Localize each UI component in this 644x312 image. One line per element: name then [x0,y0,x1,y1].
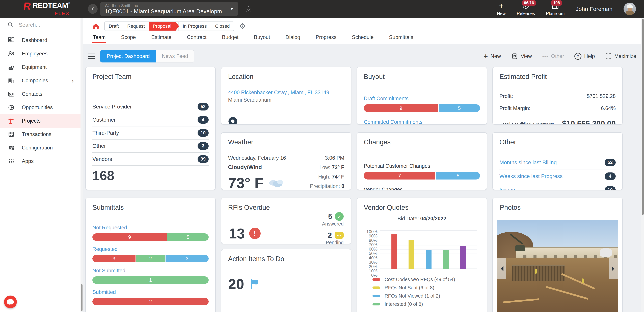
submittals-group-link[interactable]: Requested [92,246,209,252]
page-scrollbar-thumb[interactable] [642,19,644,215]
status-tab-draft[interactable]: Draft [105,22,123,31]
sidebar-scrollbar-thumb[interactable] [81,284,82,311]
location-place: Miami Seaquarium [228,97,344,103]
apps-grid-icon [8,158,15,165]
status-tab-closed[interactable]: Closed [211,22,234,31]
location-address-link[interactable]: 4400 Rickenbacker Cswy., Miami, FL 33149 [228,89,344,96]
new-button[interactable]: + New [497,2,506,16]
view-button[interactable]: View [511,53,532,60]
search-input[interactable] [19,22,74,28]
collapse-back-button[interactable]: ‹ [88,4,98,14]
buyout-group-link[interactable]: Draft Commitments [364,96,480,102]
company-name: Warthon-Smith Inc [105,3,228,8]
tab-scope[interactable]: Scope [120,34,136,43]
sidebar-item-transactions[interactable]: Transactions [0,128,80,141]
sidebar-item-opportunities[interactable]: Opportunities [0,101,80,114]
chat-widget-button[interactable] [4,295,17,308]
gear-icon[interactable]: ⚙ [239,23,246,30]
plus-icon: + [484,53,488,60]
excavator-icon [8,64,15,71]
issues-link[interactable]: Issues [500,187,515,190]
bar-segment: 5 [167,233,209,241]
chart-bar [443,250,448,269]
photo-next-button[interactable] [609,258,618,279]
submittals-group: Not Submitted 1 [92,268,209,284]
months-since-billing-link[interactable]: Months since last Billing [500,159,556,166]
tab-progress[interactable]: Progress [315,34,337,43]
sidebar-item-configuration[interactable]: Configuration [0,141,80,154]
count-badge: 52 [198,103,209,110]
sidebar-item-dashboard[interactable]: Dashboard [0,34,80,47]
other-row-progress: Weeks since last Progress4 [500,170,616,183]
home-icon[interactable] [92,23,99,30]
team-row-vendors[interactable]: Vendors99 [92,153,209,166]
profit-margin-row: Profit Margin:6.64% [500,105,616,111]
tab-buyout[interactable]: Buyout [253,34,271,43]
redteam-logo-icon: R [23,2,32,11]
bar-segment: 9 [92,233,167,241]
user-avatar[interactable] [624,3,636,15]
chevron-down-icon: ▼ [230,7,234,11]
bar-segment: 3 [166,255,209,262]
companies-building-icon [8,77,15,84]
weather-temperature: 73° F [228,175,264,190]
project-selector-dropdown[interactable]: Warthon-Smith Inc 1QE0001 - Miami Seaqua… [100,2,238,16]
count-badge: 3 [198,142,209,150]
sidebar-scrollbar[interactable] [80,18,83,312]
page-scrollbar[interactable] [641,18,644,312]
dashboard-icon [8,37,15,44]
project-dashboard-button[interactable]: Project Dashboard [100,50,156,62]
buyout-group-link[interactable]: Committed Commitments [364,119,480,125]
count-badge: 52 [604,159,616,166]
status-tab-request[interactable]: Request [123,22,149,31]
planroom-button[interactable]: Planroom 108 [546,2,564,16]
maximize-icon [605,53,612,59]
photo-prev-button[interactable] [497,258,506,279]
submittals-group-link[interactable]: Not Requested [92,225,209,231]
maximize-button[interactable]: Maximize [605,53,636,59]
tab-submittals[interactable]: Submittals [388,34,414,43]
help-button[interactable]: ? Help [574,53,595,60]
tab-team[interactable]: Team [92,34,106,43]
submittals-group-link[interactable]: Not Submitted [92,268,209,274]
total-modified-contract-row: Total Modified Contract:$10,565,200.00 [500,119,616,125]
sidebar-item-employees[interactable]: Employees [0,47,80,60]
tab-dialog[interactable]: Dialog [285,34,301,43]
sidebar-item-projects[interactable]: Projects [0,114,80,128]
search-icon [8,22,14,28]
team-row-third-party[interactable]: Third-Party10 [92,126,209,139]
sliders-icon [8,144,15,151]
tab-contract[interactable]: Contract [186,34,207,43]
chart-legend-item: Cost Codes w/o RFQs (49 of 54) [372,277,480,282]
count-badge: 4 [604,173,616,180]
new-widget-button[interactable]: + New [484,53,501,60]
sidebar-item-apps[interactable]: Apps [0,154,80,168]
team-row-customer[interactable]: Customer4 [92,113,209,126]
news-feed-button[interactable]: News Feed [156,50,194,62]
other-button[interactable]: ••• Other [542,53,564,59]
construction-site-photo [497,220,618,312]
team-row-other[interactable]: Other3 [92,139,209,153]
tab-estimate[interactable]: Estimate [150,34,172,43]
weeks-since-progress-link[interactable]: Weeks since last Progress [500,173,562,179]
team-row-service-provider[interactable]: Service Provider52 [92,100,209,113]
releases-button[interactable]: Releases 06/16 [517,2,535,16]
map-pin-icon[interactable] [228,117,344,125]
menu-hamburger-icon[interactable] [88,54,95,59]
status-tab-in-progress[interactable]: In Progress [178,22,211,31]
favorite-star-icon[interactable]: ☆ [244,5,252,13]
tab-schedule[interactable]: Schedule [351,34,374,43]
tab-budget[interactable]: Budget [221,34,239,43]
sidebar-item-equipment[interactable]: Equipment [0,60,80,74]
status-tab-proposal[interactable]: Proposal [149,22,179,31]
chart-bar [426,250,432,269]
submittals-group-link[interactable]: Submitted [92,289,209,295]
changes-group-label: Potential Customer Changes [364,163,480,169]
profit-row: Profit:$701,529.28 [500,93,616,99]
legend-swatch [372,286,380,289]
sidebar-item-companies[interactable]: Companies › [0,74,80,87]
user-name[interactable]: John Foreman [576,6,612,12]
bar-segment: 7 [364,172,435,180]
count-badge: 10 [604,186,616,190]
sidebar-item-contacts[interactable]: Contacts [0,87,80,101]
